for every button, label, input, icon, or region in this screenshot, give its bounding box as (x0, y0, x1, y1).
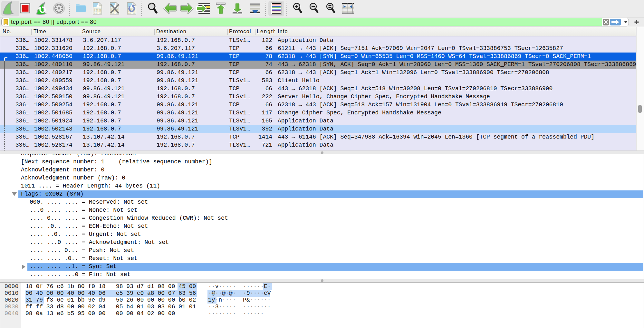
svg-text:01110: 01110 (128, 12, 136, 15)
svg-text:01110: 01110 (94, 12, 101, 15)
